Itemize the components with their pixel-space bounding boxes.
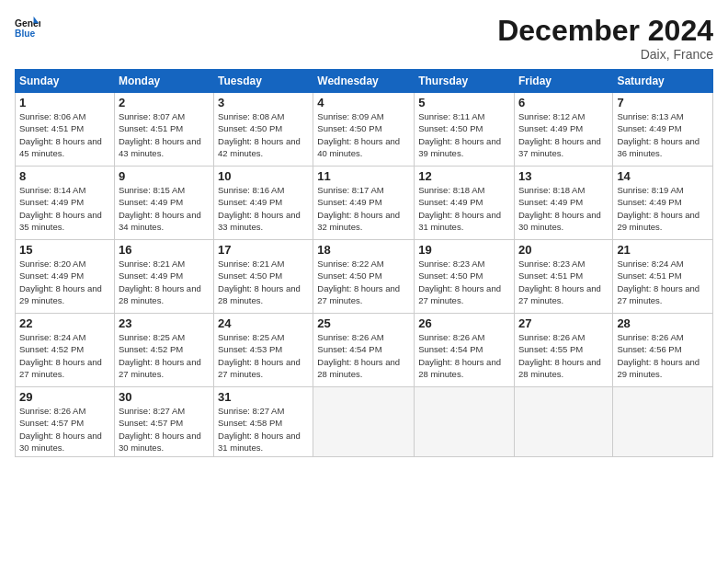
calendar-cell: 16 Sunrise: 8:21 AMSunset: 4:49 PMDaylig…: [114, 240, 213, 314]
day-number: 6: [518, 96, 609, 109]
day-number: 5: [418, 96, 510, 109]
calendar-cell: 12 Sunrise: 8:18 AMSunset: 4:49 PMDaylig…: [415, 167, 515, 240]
calendar-cell: 21 Sunrise: 8:24 AMSunset: 4:51 PMDaylig…: [613, 240, 713, 314]
day-header: Sunday: [16, 70, 115, 93]
day-info: Sunrise: 8:21 AMSunset: 4:50 PMDaylight:…: [218, 259, 301, 305]
day-number: 4: [317, 96, 410, 109]
day-info: Sunrise: 8:13 AMSunset: 4:49 PMDaylight:…: [617, 111, 700, 158]
day-header: Friday: [514, 70, 612, 93]
day-number: 21: [617, 243, 709, 257]
day-info: Sunrise: 8:26 AMSunset: 4:54 PMDaylight:…: [418, 332, 501, 379]
day-number: 12: [418, 169, 510, 183]
day-number: 27: [518, 316, 609, 330]
calendar-cell: 30 Sunrise: 8:27 AMSunset: 4:57 PMDaylig…: [114, 387, 213, 457]
calendar-cell: 9 Sunrise: 8:15 AMSunset: 4:49 PMDayligh…: [114, 167, 213, 240]
day-info: Sunrise: 8:26 AMSunset: 4:57 PMDaylight:…: [19, 406, 102, 453]
calendar-cell: 29 Sunrise: 8:26 AMSunset: 4:57 PMDaylig…: [16, 387, 115, 457]
calendar-cell: 15 Sunrise: 8:20 AMSunset: 4:49 PMDaylig…: [16, 240, 115, 314]
calendar-cell: [415, 387, 515, 457]
header: General Blue December 2024 Daix, France: [15, 15, 713, 62]
day-info: Sunrise: 8:18 AMSunset: 4:49 PMDaylight:…: [418, 185, 501, 232]
calendar-cell: 7 Sunrise: 8:13 AMSunset: 4:49 PMDayligh…: [613, 93, 713, 167]
day-number: 29: [19, 390, 110, 404]
day-info: Sunrise: 8:17 AMSunset: 4:49 PMDaylight:…: [317, 185, 400, 232]
day-info: Sunrise: 8:14 AMSunset: 4:49 PMDaylight:…: [19, 185, 102, 232]
calendar-cell: 2 Sunrise: 8:07 AMSunset: 4:51 PMDayligh…: [114, 93, 213, 167]
day-info: Sunrise: 8:25 AMSunset: 4:52 PMDaylight:…: [119, 332, 201, 379]
day-info: Sunrise: 8:20 AMSunset: 4:49 PMDaylight:…: [19, 259, 102, 305]
day-number: 8: [19, 169, 110, 183]
calendar-cell: 1 Sunrise: 8:06 AMSunset: 4:51 PMDayligh…: [16, 93, 115, 167]
day-number: 19: [418, 243, 510, 257]
month-title: December 2024: [497, 15, 713, 47]
day-number: 15: [19, 243, 110, 257]
day-number: 23: [119, 316, 210, 330]
calendar-cell: 14 Sunrise: 8:19 AMSunset: 4:49 PMDaylig…: [613, 167, 713, 240]
day-info: Sunrise: 8:07 AMSunset: 4:51 PMDaylight:…: [119, 111, 201, 158]
calendar-cell: 3 Sunrise: 8:08 AMSunset: 4:50 PMDayligh…: [214, 93, 313, 167]
logo: General Blue: [15, 15, 40, 40]
calendar-cell: 24 Sunrise: 8:25 AMSunset: 4:53 PMDaylig…: [214, 314, 313, 387]
day-header: Monday: [114, 70, 213, 93]
svg-text:General: General: [15, 18, 40, 29]
day-number: 25: [317, 316, 410, 330]
calendar-table: SundayMondayTuesdayWednesdayThursdayFrid…: [15, 69, 713, 457]
calendar-cell: 4 Sunrise: 8:09 AMSunset: 4:50 PMDayligh…: [313, 93, 415, 167]
day-number: 28: [617, 316, 709, 330]
day-number: 17: [218, 243, 309, 257]
day-number: 20: [518, 243, 609, 257]
day-number: 31: [218, 390, 309, 404]
day-number: 16: [119, 243, 210, 257]
calendar-cell: [514, 387, 612, 457]
calendar-cell: 26 Sunrise: 8:26 AMSunset: 4:54 PMDaylig…: [415, 314, 515, 387]
day-number: 13: [518, 169, 609, 183]
day-number: 7: [617, 96, 709, 109]
day-info: Sunrise: 8:19 AMSunset: 4:49 PMDaylight:…: [617, 185, 700, 232]
day-info: Sunrise: 8:12 AMSunset: 4:49 PMDaylight:…: [518, 111, 601, 158]
calendar-cell: 22 Sunrise: 8:24 AMSunset: 4:52 PMDaylig…: [16, 314, 115, 387]
day-number: 9: [119, 169, 210, 183]
day-info: Sunrise: 8:26 AMSunset: 4:55 PMDaylight:…: [518, 332, 601, 379]
day-info: Sunrise: 8:16 AMSunset: 4:49 PMDaylight:…: [218, 185, 301, 232]
day-info: Sunrise: 8:26 AMSunset: 4:54 PMDaylight:…: [317, 332, 400, 379]
day-info: Sunrise: 8:22 AMSunset: 4:50 PMDaylight:…: [317, 259, 400, 305]
calendar-cell: 8 Sunrise: 8:14 AMSunset: 4:49 PMDayligh…: [16, 167, 115, 240]
day-number: 24: [218, 316, 309, 330]
day-info: Sunrise: 8:27 AMSunset: 4:58 PMDaylight:…: [218, 406, 301, 453]
calendar-cell: 19 Sunrise: 8:23 AMSunset: 4:50 PMDaylig…: [415, 240, 515, 314]
calendar-cell: 20 Sunrise: 8:23 AMSunset: 4:51 PMDaylig…: [514, 240, 612, 314]
calendar-cell: [613, 387, 713, 457]
day-info: Sunrise: 8:23 AMSunset: 4:50 PMDaylight:…: [418, 259, 501, 305]
day-number: 18: [317, 243, 410, 257]
day-number: 22: [19, 316, 110, 330]
calendar-cell: 25 Sunrise: 8:26 AMSunset: 4:54 PMDaylig…: [313, 314, 415, 387]
day-info: Sunrise: 8:23 AMSunset: 4:51 PMDaylight:…: [518, 259, 601, 305]
calendar-cell: 23 Sunrise: 8:25 AMSunset: 4:52 PMDaylig…: [114, 314, 213, 387]
calendar-cell: 13 Sunrise: 8:18 AMSunset: 4:49 PMDaylig…: [514, 167, 612, 240]
day-number: 30: [119, 390, 210, 404]
logo-icon: General Blue: [15, 15, 40, 40]
day-info: Sunrise: 8:24 AMSunset: 4:51 PMDaylight:…: [617, 259, 700, 305]
day-header: Wednesday: [313, 70, 415, 93]
calendar-cell: 28 Sunrise: 8:26 AMSunset: 4:56 PMDaylig…: [613, 314, 713, 387]
calendar-cell: 18 Sunrise: 8:22 AMSunset: 4:50 PMDaylig…: [313, 240, 415, 314]
day-header: Thursday: [415, 70, 515, 93]
calendar-cell: 5 Sunrise: 8:11 AMSunset: 4:50 PMDayligh…: [415, 93, 515, 167]
day-info: Sunrise: 8:24 AMSunset: 4:52 PMDaylight:…: [19, 332, 102, 379]
day-info: Sunrise: 8:15 AMSunset: 4:49 PMDaylight:…: [119, 185, 201, 232]
day-info: Sunrise: 8:11 AMSunset: 4:50 PMDaylight:…: [418, 111, 501, 158]
day-number: 2: [119, 96, 210, 109]
day-info: Sunrise: 8:21 AMSunset: 4:49 PMDaylight:…: [119, 259, 201, 305]
day-info: Sunrise: 8:09 AMSunset: 4:50 PMDaylight:…: [317, 111, 400, 158]
day-info: Sunrise: 8:26 AMSunset: 4:56 PMDaylight:…: [617, 332, 700, 379]
day-info: Sunrise: 8:18 AMSunset: 4:49 PMDaylight:…: [518, 185, 601, 232]
svg-text:Blue: Blue: [15, 29, 36, 39]
day-number: 10: [218, 169, 309, 183]
day-number: 14: [617, 169, 709, 183]
day-info: Sunrise: 8:27 AMSunset: 4:57 PMDaylight:…: [119, 406, 201, 453]
day-number: 3: [218, 96, 309, 109]
day-info: Sunrise: 8:25 AMSunset: 4:53 PMDaylight:…: [218, 332, 301, 379]
day-number: 11: [317, 169, 410, 183]
title-block: December 2024 Daix, France: [497, 15, 713, 62]
location: Daix, France: [497, 47, 713, 62]
